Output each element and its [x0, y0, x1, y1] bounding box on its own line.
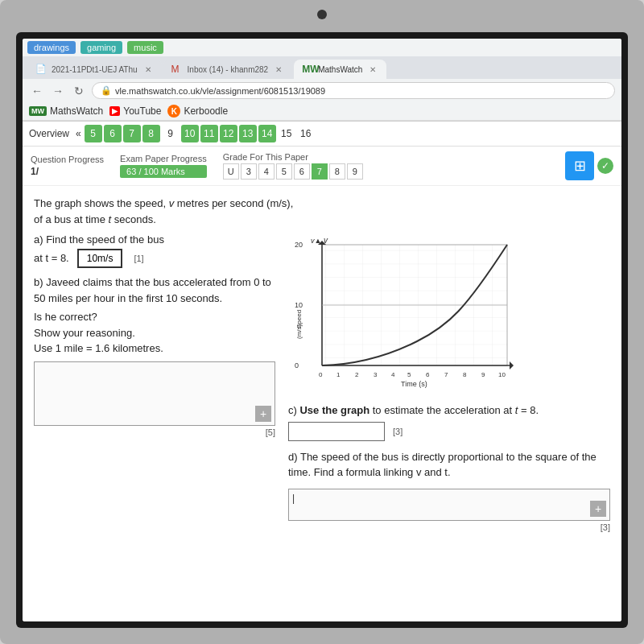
right-col: 0 10 20 0 1 2 3	[288, 233, 610, 532]
nav-num-10[interactable]: 10	[181, 125, 199, 142]
address-field[interactable]: 🔒 vle.mathswatch.co.uk/vle/assignment/60…	[92, 82, 615, 99]
bm-kerboodle[interactable]: K Kerboodle	[167, 105, 228, 118]
part-b-label: b) Javeed claims that the bus accelerate…	[34, 275, 275, 306]
overview-label: Overview	[29, 128, 69, 139]
question-progress-value: 1/	[31, 166, 104, 177]
nav-chevron[interactable]: «	[74, 128, 83, 139]
svg-text:9: 9	[481, 371, 485, 378]
part-a-label: a) Find the speed of the bus	[34, 233, 275, 246]
bookmark-drawings[interactable]: drawings	[27, 41, 76, 54]
svg-text:Time (s): Time (s)	[401, 380, 427, 388]
tab-label-3: MathsWatch	[318, 65, 362, 74]
svg-text:10: 10	[498, 371, 506, 378]
progress-area: Question Progress 1/ Exam Paper Progress…	[23, 147, 621, 186]
tab-close-1[interactable]: ✕	[142, 64, 154, 75]
part-a-marks: [1]	[134, 254, 143, 263]
question-intro: The graph shows the speed, v metres per …	[34, 196, 610, 227]
bm-youtube[interactable]: ▶ YouTube	[109, 105, 161, 117]
part-c-marks: [3]	[393, 427, 402, 436]
grade-6: 6	[294, 163, 310, 180]
question-progress-label: Question Progress	[31, 155, 104, 164]
tab-favicon-1: 📄	[35, 64, 47, 75]
laptop-shell: drawings gaming music 📄 2021-11PDt1-UEJ …	[0, 0, 644, 644]
tab-assignment[interactable]: 📄 2021-11PDt1-UEJ AThu ✕	[27, 60, 162, 79]
tab-close-2[interactable]: ✕	[273, 64, 284, 75]
grade-8: 8	[329, 163, 345, 180]
nav-num-13[interactable]: 13	[239, 125, 257, 142]
checkmark-badge: ✓	[597, 158, 613, 174]
nav-numbers-bar: Overview « 5 6 7 8 9 10 11 12 13 14 15 1…	[23, 122, 621, 147]
reload-button[interactable]: ↻	[71, 83, 87, 99]
content-row: a) Find the speed of the bus at t = 8. 1…	[34, 233, 610, 532]
forward-button[interactable]: →	[50, 83, 66, 99]
nav-num-7[interactable]: 7	[123, 125, 141, 142]
mathswatch-icon: MW	[29, 106, 47, 116]
part-b-plus-icon[interactable]: +	[255, 406, 271, 422]
tab-mathswatch[interactable]: MW MathsWatch ✕	[294, 60, 386, 79]
bookmarks-row2: MW MathsWatch ▶ YouTube K Kerboodle	[23, 102, 621, 121]
exam-progress-section: Exam Paper Progress 63 / 100 Marks	[120, 154, 207, 178]
bm-mathswatch[interactable]: MW MathsWatch	[29, 105, 103, 117]
question-progress-section: Question Progress 1/	[31, 155, 104, 177]
tab-bar: 📄 2021-11PDt1-UEJ AThu ✕ M Inbox (14) - …	[23, 56, 621, 79]
nav-num-5[interactable]: 5	[85, 125, 102, 142]
grade-7: 7	[312, 163, 328, 180]
nav-num-11[interactable]: 11	[200, 125, 218, 142]
calculator-icon[interactable]: ⊞	[565, 151, 594, 180]
address-bar-row: ← → ↻ 🔒 vle.mathswatch.co.uk/vle/assignm…	[23, 79, 621, 102]
lock-icon: 🔒	[101, 85, 112, 96]
part-b-extra: Is he correct? Show your reasoning. Use …	[34, 309, 275, 357]
browser-screen: drawings gaming music 📄 2021-11PDt1-UEJ …	[23, 39, 621, 621]
svg-text:2: 2	[355, 371, 359, 378]
graph-container: 0 10 20 0 1 2 3	[288, 237, 522, 398]
part-d-plus-icon[interactable]: +	[590, 501, 606, 517]
back-button[interactable]: ←	[29, 83, 45, 99]
svg-text:3: 3	[374, 371, 378, 378]
part-d-answer-box[interactable]: | +	[288, 489, 610, 521]
bookmarks-bar-top: drawings gaming music	[23, 39, 621, 56]
tab-close-3[interactable]: ✕	[367, 64, 378, 75]
screen-bezel: drawings gaming music 📄 2021-11PDt1-UEJ …	[16, 32, 628, 628]
nav-num-16[interactable]: 16	[297, 125, 315, 142]
part-c-answer-box[interactable]	[288, 422, 385, 441]
tab-label-2: Inbox (14) - khanm282	[188, 65, 269, 74]
bookmark-gaming[interactable]: gaming	[80, 41, 122, 54]
youtube-icon: ▶	[109, 106, 120, 116]
grade-5: 5	[276, 163, 292, 180]
svg-text:v: v	[324, 237, 328, 245]
grade-U: U	[223, 163, 239, 180]
nav-num-12[interactable]: 12	[220, 125, 237, 142]
bm-youtube-label: YouTube	[123, 105, 161, 117]
part-d-label: d) The speed of the bus is directly prop…	[288, 449, 610, 481]
tab-gmail[interactable]: M Inbox (14) - khanm282 ✕	[163, 60, 293, 79]
svg-text:5: 5	[407, 371, 411, 378]
part-d-marks: [3]	[288, 522, 610, 532]
graph-svg: 0 10 20 0 1 2 3	[288, 237, 522, 398]
nav-num-14[interactable]: 14	[258, 125, 276, 142]
bm-mathswatch-label: MathsWatch	[50, 105, 103, 117]
svg-text:v▲: v▲	[311, 237, 321, 245]
nav-num-6[interactable]: 6	[104, 125, 122, 142]
nav-num-9[interactable]: 9	[162, 125, 180, 142]
left-col: a) Find the speed of the bus at t = 8. 1…	[34, 233, 275, 532]
main-content: The graph shows the speed, v metres per …	[23, 186, 621, 621]
bookmark-music[interactable]: music	[127, 41, 163, 54]
browser-chrome: drawings gaming music 📄 2021-11PDt1-UEJ …	[23, 39, 621, 122]
part-b-answer-box[interactable]: +	[34, 361, 275, 426]
exam-progress-value: 63 / 100 Marks	[120, 165, 207, 178]
part-a-at: at t = 8.	[34, 250, 69, 266]
part-a-answer: 10m/s	[77, 249, 123, 268]
nav-num-8[interactable]: 8	[142, 125, 160, 142]
svg-text:0: 0	[295, 361, 299, 369]
svg-text:(m/s): (m/s)	[295, 324, 303, 339]
svg-text:1: 1	[336, 371, 341, 378]
nav-num-15[interactable]: 15	[278, 125, 295, 142]
part-c-label: c) Use the graph to estimate the acceler…	[288, 402, 610, 419]
grade-4: 4	[258, 163, 275, 180]
exam-progress-label: Exam Paper Progress	[120, 154, 207, 163]
svg-text:0: 0	[319, 371, 323, 378]
camera	[317, 10, 327, 19]
svg-text:10: 10	[295, 301, 303, 309]
grade-3: 3	[241, 163, 257, 180]
grade-9: 9	[347, 163, 363, 180]
